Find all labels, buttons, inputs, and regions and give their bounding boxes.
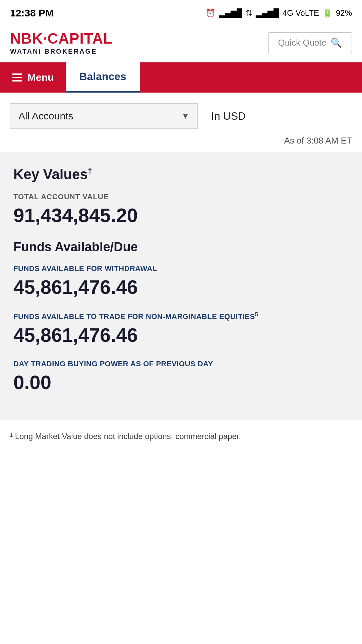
account-selected-label: All Accounts	[18, 110, 73, 122]
logo: NBK·CAPITAL WATANI BROKERAGE	[10, 30, 113, 55]
search-icon: 🔍	[330, 37, 342, 48]
account-dropdown[interactable]: All Accounts ▼	[10, 103, 198, 129]
nav-bar: Menu Balances	[0, 62, 362, 93]
funds-withdrawal-value: 45,861,476.46	[13, 276, 349, 298]
funds-trade-non-marginable-block: FUNDS AVAILABLE TO TRADE FOR NON-MARGINA…	[13, 312, 349, 346]
alarm-icon: ⏰	[205, 8, 216, 18]
footer-note: ¹ Long Market Value does not include opt…	[0, 420, 362, 452]
logo-text: NBK·CAPITAL	[10, 30, 113, 47]
app-header: NBK·CAPITAL WATANI BROKERAGE Quick Quote…	[0, 23, 362, 62]
account-selector-row: All Accounts ▼ In USD	[0, 93, 362, 136]
network-label: 4G VoLTE	[283, 8, 319, 18]
total-account-value-block: TOTAL ACCOUNT VALUE 91,434,845.20	[13, 193, 349, 226]
status-icons: ⏰ ▂▄▆█ ⇅ ▂▄▆█ 4G VoLTE 🔋 92%	[205, 8, 352, 18]
key-values-title: Key Values†	[13, 166, 349, 182]
status-time: 12:38 PM	[10, 7, 54, 19]
data-transfer-icon: ⇅	[246, 8, 252, 18]
quick-quote-label: Quick Quote	[278, 38, 326, 48]
funds-subsection-title: Funds Available/Due	[13, 240, 349, 254]
battery-level: 92%	[336, 8, 352, 18]
total-account-value-label: TOTAL ACCOUNT VALUE	[13, 193, 349, 201]
day-trading-buying-power-block: DAY TRADING BUYING POWER AS OF PREVIOUS …	[13, 360, 349, 393]
currency-label: In USD	[211, 110, 246, 122]
chevron-down-icon: ▼	[181, 111, 189, 121]
status-bar: 12:38 PM ⏰ ▂▄▆█ ⇅ ▂▄▆█ 4G VoLTE 🔋 92%	[0, 0, 362, 23]
battery-icon: 🔋	[322, 8, 333, 18]
day-trading-buying-power-label: DAY TRADING BUYING POWER AS OF PREVIOUS …	[13, 360, 349, 368]
quick-quote-button[interactable]: Quick Quote 🔍	[268, 32, 352, 53]
footer-note-text: ¹ Long Market Value does not include opt…	[10, 432, 241, 441]
hamburger-icon	[12, 73, 22, 82]
menu-button[interactable]: Menu	[0, 62, 66, 93]
logo-subtitle: WATANI BROKERAGE	[10, 48, 97, 55]
logo-nbk-text: NBK	[10, 30, 43, 47]
logo-capital-text: CAPITAL	[48, 30, 113, 47]
timestamp-label: As of 3:08 AM ET	[284, 136, 352, 146]
timestamp-row: As of 3:08 AM ET	[0, 136, 362, 153]
funds-trade-non-marginable-value: 45,861,476.46	[13, 324, 349, 346]
day-trading-buying-power-value: 0.00	[13, 371, 349, 393]
funds-trade-non-marginable-label: FUNDS AVAILABLE TO TRADE FOR NON-MARGINA…	[13, 312, 349, 321]
balances-label: Balances	[79, 70, 126, 83]
funds-withdrawal-block: FUNDS AVAILABLE FOR WITHDRAWAL 45,861,47…	[13, 264, 349, 298]
key-values-section: Key Values† TOTAL ACCOUNT VALUE 91,434,8…	[0, 153, 362, 420]
content-area: All Accounts ▼ In USD As of 3:08 AM ET K…	[0, 93, 362, 452]
logo-dot: ·	[43, 30, 47, 47]
funds-withdrawal-label: FUNDS AVAILABLE FOR WITHDRAWAL	[13, 264, 349, 273]
total-account-value: 91,434,845.20	[13, 204, 349, 226]
signal2-icon: ▂▄▆█	[256, 8, 279, 18]
menu-label: Menu	[27, 72, 54, 83]
balances-tab[interactable]: Balances	[66, 62, 140, 93]
funds-available-section: Funds Available/Due FUNDS AVAILABLE FOR …	[13, 240, 349, 393]
signal-icon: ▂▄▆█	[219, 8, 242, 18]
